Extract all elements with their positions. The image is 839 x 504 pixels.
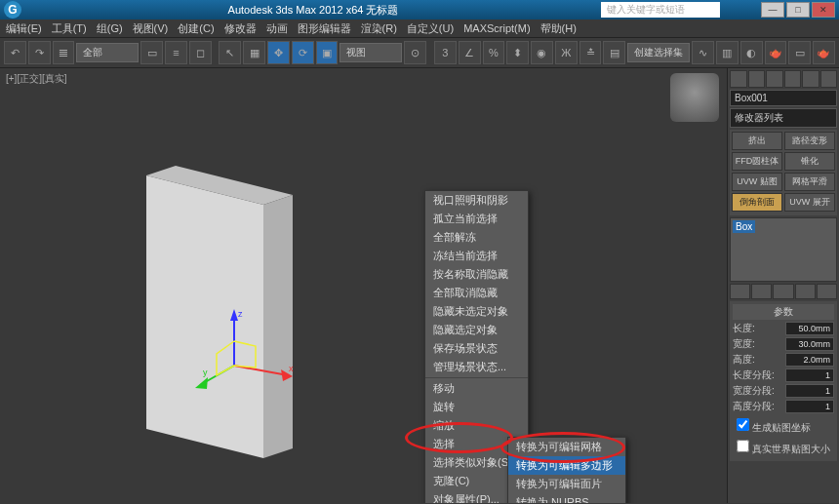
spinner-snap-icon[interactable]: ⬍ bbox=[506, 41, 529, 64]
object-name-field[interactable]: Box001 bbox=[730, 90, 837, 106]
scale-icon[interactable]: ▣ bbox=[316, 41, 339, 64]
val-hseg[interactable]: 1 bbox=[785, 400, 834, 413]
val-lseg[interactable]: 1 bbox=[785, 368, 834, 382]
btn-uvwunwrap[interactable]: UVW 展开 bbox=[784, 193, 835, 212]
params-header[interactable]: 参数 bbox=[733, 304, 834, 320]
mi-viewport-lighting[interactable]: 视口照明和阴影 bbox=[425, 191, 528, 210]
filter-select[interactable]: 全部 bbox=[76, 43, 139, 62]
render-setup-icon[interactable]: 🫖 bbox=[765, 41, 787, 64]
window-crossing-icon[interactable]: ▦ bbox=[243, 41, 265, 64]
btn-extrude[interactable]: 挤出 bbox=[732, 132, 782, 150]
mi-hide-sel[interactable]: 隐藏选定对象 bbox=[425, 321, 528, 339]
menu-render[interactable]: 渲染(R) bbox=[361, 21, 397, 36]
mi-to-nurbs[interactable]: 转换为 NURBS bbox=[508, 493, 625, 503]
menu-grapheditors[interactable]: 图形编辑器 bbox=[298, 21, 351, 36]
viewport-label[interactable]: [+][正交][真实] bbox=[6, 72, 67, 86]
pin-stack-icon[interactable] bbox=[730, 284, 750, 299]
val-height[interactable]: 2.0mm bbox=[785, 353, 834, 367]
material-icon[interactable]: ◐ bbox=[740, 41, 763, 64]
mi-to-editable-poly[interactable]: 转换为可编辑多边形 bbox=[508, 456, 625, 475]
menu-animation[interactable]: 动画 bbox=[266, 21, 288, 36]
btn-taper[interactable]: 锥化 bbox=[784, 152, 835, 171]
close-button[interactable]: ✕ bbox=[812, 2, 835, 18]
btn-ffd[interactable]: FFD圆柱体 bbox=[732, 152, 782, 171]
mi-move[interactable]: 移动 bbox=[425, 379, 528, 398]
mi-scale[interactable]: 缩放 bbox=[425, 416, 528, 435]
val-width[interactable]: 30.0mm bbox=[785, 337, 834, 351]
coord-select[interactable]: 视图 bbox=[340, 43, 402, 62]
mi-unhide-all[interactable]: 全部取消隐藏 bbox=[425, 284, 528, 302]
tab-display-icon[interactable] bbox=[802, 70, 819, 88]
remove-mod-icon[interactable] bbox=[795, 284, 816, 299]
view-cube[interactable] bbox=[670, 73, 719, 122]
menu-tools[interactable]: 工具(T) bbox=[52, 21, 87, 36]
modifier-list-select[interactable]: 修改器列表 bbox=[730, 108, 837, 128]
layers-icon[interactable]: ▤ bbox=[603, 41, 625, 64]
render-frame-icon[interactable]: ▭ bbox=[788, 41, 811, 64]
search-input[interactable]: 键入关键字或短语 bbox=[601, 2, 720, 18]
command-panel: Box001 修改器列表 挤出 路径变形 FFD圆柱体 锥化 UVW 贴图 网格… bbox=[727, 68, 839, 503]
menu-customize[interactable]: 自定义(U) bbox=[407, 21, 454, 36]
menu-help[interactable]: 帮助(H) bbox=[540, 21, 577, 36]
mi-isolate[interactable]: 孤立当前选择 bbox=[425, 210, 528, 228]
select-rect-icon[interactable]: ◻ bbox=[189, 41, 212, 64]
btn-meshsmooth[interactable]: 网格平滑 bbox=[784, 173, 835, 191]
redo-icon[interactable]: ↷ bbox=[28, 41, 51, 64]
mi-to-editable-mesh[interactable]: 转换为可编辑网格 bbox=[508, 438, 625, 456]
configure-icon[interactable] bbox=[817, 284, 837, 299]
move-icon[interactable]: ✥ bbox=[267, 41, 290, 64]
named-sel-icon[interactable]: ◉ bbox=[531, 41, 553, 64]
mi-freeze[interactable]: 冻结当前选择 bbox=[425, 247, 528, 265]
menu-create[interactable]: 创建(C) bbox=[178, 21, 214, 36]
menu-edit[interactable]: 编辑(E) bbox=[6, 21, 42, 36]
curve-editor-icon[interactable]: ∿ bbox=[692, 41, 714, 64]
show-end-icon[interactable] bbox=[751, 284, 772, 299]
mirror-icon[interactable]: Ж bbox=[555, 41, 578, 64]
btn-uvwmap[interactable]: UVW 贴图 bbox=[732, 173, 782, 191]
transform-gizmo[interactable]: z x y bbox=[195, 307, 312, 395]
undo-icon[interactable]: ↶ bbox=[4, 41, 26, 64]
mi-manage-state[interactable]: 管理场景状态... bbox=[425, 358, 528, 376]
select-name-icon[interactable]: ≡ bbox=[165, 41, 187, 64]
percent-snap-icon[interactable]: % bbox=[483, 41, 505, 64]
cursor-icon[interactable]: ↖ bbox=[219, 41, 241, 64]
val-wseg[interactable]: 1 bbox=[785, 384, 834, 398]
mi-unhide-name[interactable]: 按名称取消隐藏 bbox=[425, 265, 528, 284]
tab-motion-icon[interactable] bbox=[784, 70, 802, 88]
menu-group[interactable]: 组(G) bbox=[97, 21, 123, 36]
unique-icon[interactable] bbox=[773, 284, 793, 299]
mi-to-editable-patch[interactable]: 转换为可编辑面片 bbox=[508, 475, 625, 493]
app-logo[interactable]: G bbox=[4, 1, 21, 19]
btn-bevelprofile[interactable]: 倒角剖面 bbox=[732, 193, 782, 212]
viewport[interactable]: [+][正交][真实] z x y 视口照明和阴影 孤立当前选择 全部解 bbox=[0, 68, 727, 503]
tab-create-icon[interactable] bbox=[730, 70, 747, 88]
mi-hide-unsel[interactable]: 隐藏未选定对象 bbox=[425, 302, 528, 321]
schematic-icon[interactable]: ▥ bbox=[716, 41, 739, 64]
selection-set[interactable]: 创建选择集 bbox=[627, 43, 690, 62]
select-icon[interactable]: ▭ bbox=[140, 41, 163, 64]
btn-pathdeform[interactable]: 路径变形 bbox=[784, 132, 835, 150]
pivot-icon[interactable]: ⊙ bbox=[404, 41, 426, 64]
menu-maxscript[interactable]: MAXScript(M) bbox=[463, 22, 530, 34]
minimize-button[interactable]: — bbox=[761, 2, 784, 18]
link-icon[interactable]: 𝌆 bbox=[53, 41, 75, 64]
mi-rotate[interactable]: 旋转 bbox=[425, 398, 528, 416]
angle-snap-icon[interactable]: ∠ bbox=[459, 41, 481, 64]
menu-view[interactable]: 视图(V) bbox=[133, 21, 169, 36]
val-length[interactable]: 50.0mm bbox=[785, 322, 834, 335]
rotate-icon[interactable]: ⟳ bbox=[292, 41, 314, 64]
mi-save-state[interactable]: 保存场景状态 bbox=[425, 339, 528, 358]
modifier-stack[interactable]: Box bbox=[730, 217, 837, 282]
maximize-button[interactable]: □ bbox=[786, 2, 810, 18]
tab-utilities-icon[interactable] bbox=[820, 70, 838, 88]
render-icon[interactable]: 🫖 bbox=[813, 41, 835, 64]
align-icon[interactable]: ≛ bbox=[579, 41, 602, 64]
tab-modify-icon[interactable] bbox=[748, 70, 766, 88]
stack-item-box[interactable]: Box bbox=[733, 220, 755, 233]
menu-modifiers[interactable]: 修改器 bbox=[224, 21, 257, 36]
snap-icon[interactable]: 3 bbox=[434, 41, 457, 64]
cb-realworld[interactable]: 真实世界贴图大小 bbox=[733, 437, 830, 456]
cb-genmap[interactable]: 生成贴图坐标 bbox=[733, 415, 811, 435]
tab-hierarchy-icon[interactable] bbox=[766, 70, 783, 88]
mi-unfreeze-all[interactable]: 全部解冻 bbox=[425, 228, 528, 247]
